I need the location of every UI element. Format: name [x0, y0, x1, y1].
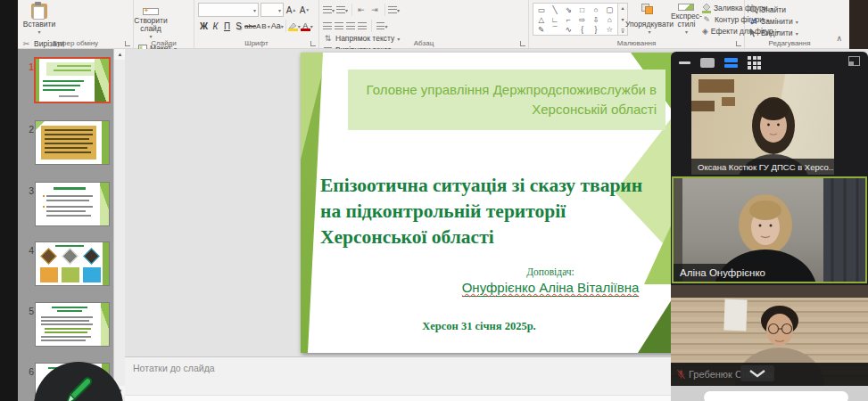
slide-title-text[interactable]: Епізоотична ситуація зі сказу тварин на …	[320, 173, 646, 250]
shapes-gallery[interactable]: ▭╲⇘□○▢ △∟⌐⇨⇩⌂ ✎⌒∿{}☆	[533, 3, 618, 36]
new-slide-label: Створити слайд	[134, 17, 167, 33]
thumb-art	[46, 200, 89, 201]
thumb-art	[43, 89, 75, 91]
new-slide-button[interactable]: Створити слайд ▾	[137, 7, 164, 41]
bottom-right-pill	[704, 391, 848, 401]
thumb-art	[43, 85, 80, 86]
thumb-art	[83, 248, 99, 264]
columns-button[interactable]: ▾	[376, 20, 388, 32]
select-cursor-icon	[748, 29, 758, 38]
thumb-art	[101, 303, 109, 346]
shape-fill-icon	[702, 4, 711, 13]
numbering-button[interactable]: ▾	[336, 4, 348, 16]
grow-font-button[interactable]: А▲	[285, 4, 297, 16]
collapse-videos-chevron-button[interactable]	[740, 365, 774, 381]
slide-org-header-box[interactable]: Головне управління Держпродспоживслужби …	[348, 70, 665, 130]
quick-styles-icon	[678, 4, 694, 11]
thumb-art	[40, 248, 56, 264]
paste-button[interactable]: Вставити ▾	[21, 3, 57, 37]
font-size-combo[interactable]: ▾	[260, 3, 284, 17]
highlight-color-button[interactable]: ▾	[288, 20, 301, 32]
thumb-art	[103, 242, 109, 285]
line-spacing-button[interactable]: ▾	[388, 4, 400, 16]
popout-view-icon[interactable]	[848, 56, 860, 66]
select-button[interactable]: Виділити▾	[748, 28, 798, 38]
slide-thumbnail-4[interactable]	[36, 242, 109, 285]
replace-label: Замінити	[761, 17, 793, 26]
thumb-art	[59, 95, 79, 97]
select-label: Виділити	[761, 29, 793, 37]
font-name-combo[interactable]: ▾	[198, 3, 259, 17]
thumb-art	[41, 323, 93, 325]
slides-group-label: Слайди	[134, 39, 194, 47]
thumb-art	[43, 80, 84, 82]
current-slide-canvas[interactable]: Головне управління Держпродспоживслужби …	[301, 53, 701, 353]
grid-view-icon[interactable]	[748, 56, 761, 70]
find-icon	[748, 5, 758, 15]
collapse-ribbon-button[interactable]: ∧	[836, 34, 842, 43]
thumb-art	[62, 248, 78, 264]
clipboard-dialog-launcher[interactable]	[125, 41, 130, 46]
thumb-art	[46, 195, 93, 197]
font-color-button[interactable]: А▾	[301, 20, 313, 32]
thumb-art	[52, 307, 87, 308]
replace-icon: ⇄	[748, 17, 758, 27]
replace-button[interactable]: ⇄ Замінити▾	[748, 16, 798, 27]
quick-styles-button[interactable]: Експрес-стилі ▾	[671, 3, 702, 37]
paragraph-dialog-launcher[interactable]	[520, 41, 525, 46]
thumbnail-scrollbar[interactable]: ▲ ▼	[113, 49, 125, 401]
pencil-icon	[61, 374, 96, 401]
participant-2-name: Аліна Онуфрієнко	[680, 267, 765, 278]
arrange-button[interactable]: Упорядкувати ▾	[628, 3, 671, 37]
video-tile-participant-1[interactable]: Оксана Костюк ГУ ДПСС в Херсо...	[691, 74, 834, 175]
increase-indent-button[interactable]: ⇥	[369, 4, 381, 16]
italic-button[interactable]: К	[210, 20, 221, 32]
ribbon-group-editing: Знайти ⇄ Замінити▾ Виділити▾ Редагування	[745, 0, 834, 48]
slide-thumbnail-5[interactable]	[36, 303, 109, 346]
thumb-art	[46, 206, 93, 208]
drawing-dialog-launcher[interactable]	[736, 41, 741, 46]
numbering-icon	[336, 6, 345, 13]
bullets-button[interactable]: ▾	[323, 4, 335, 16]
slide-speaker-block[interactable]: Доповідач: Онуфрієнко Аліна Віталіївна	[434, 266, 666, 297]
thumb-art	[45, 328, 91, 330]
speaker-name: Онуфрієнко Аліна Віталіївна	[462, 280, 640, 297]
speaker-view-icon[interactable]	[700, 58, 715, 68]
thumb-art	[43, 206, 45, 208]
video-tile-participant-2-active-speaker[interactable]: Аліна Онуфрієнко	[672, 176, 867, 283]
align-left-button[interactable]	[323, 22, 332, 29]
bold-button[interactable]: Ж	[198, 20, 210, 32]
minimize-icon[interactable]	[679, 61, 690, 64]
desktop-background-strip	[0, 0, 18, 401]
strikethrough-button[interactable]: abc	[244, 20, 256, 32]
meeting-video-panel: Оксана Костюк ГУ ДПСС в Херсо... Аліна О…	[671, 52, 868, 386]
video-panel-toolbar	[671, 52, 868, 74]
arrange-icon	[641, 4, 657, 19]
paste-label: Вставити	[23, 20, 55, 29]
justify-button[interactable]	[358, 22, 367, 29]
thumb-art	[102, 121, 109, 164]
align-center-button[interactable]	[335, 22, 343, 29]
change-case-button[interactable]: Аа▾	[271, 20, 284, 32]
align-right-button[interactable]	[346, 22, 355, 29]
arrange-label: Упорядкувати	[625, 20, 674, 29]
gallery-view-icon-active[interactable]	[724, 58, 738, 68]
thumb-art	[95, 59, 109, 102]
slide-thumbnail-panel: 1 2 3	[18, 49, 113, 401]
thumb-art	[46, 215, 91, 217]
text-shadow-button[interactable]: S	[233, 20, 244, 32]
shrink-font-button[interactable]: А▼	[299, 4, 310, 16]
slide-thumbnail-1-selected[interactable]	[36, 59, 109, 102]
quick-styles-label: Експрес-стилі	[671, 12, 702, 29]
decrease-indent-button[interactable]: ⇤	[356, 4, 368, 16]
editing-group-label: Редагування	[745, 39, 834, 47]
slide-thumbnail-3[interactable]	[36, 183, 109, 225]
slide-thumbnail-2[interactable]	[36, 121, 109, 164]
character-spacing-button[interactable]: АВ▾	[256, 20, 271, 32]
find-button[interactable]: Знайти	[748, 4, 798, 15]
font-dialog-launcher[interactable]	[310, 41, 316, 46]
thumb-art	[41, 126, 96, 160]
shape-outline-icon: ✎	[702, 15, 712, 25]
slide-date-text[interactable]: Херсон 31 січня 2025р.	[381, 320, 577, 333]
underline-button[interactable]: П	[221, 20, 233, 32]
